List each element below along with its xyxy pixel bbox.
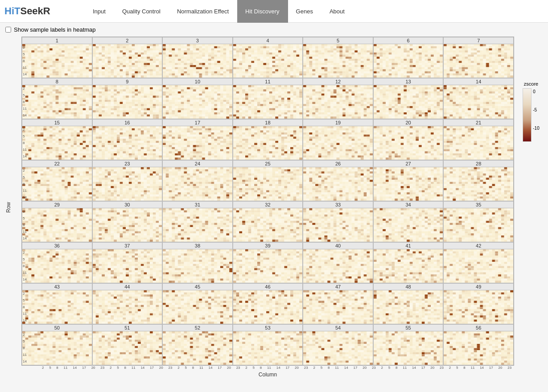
plate-header-56: 56	[444, 325, 513, 331]
col-tick: 14	[140, 366, 144, 370]
plate-25: 25	[233, 160, 303, 201]
plate-44: 44	[92, 283, 163, 324]
plate-header-18: 18	[233, 120, 303, 126]
plate-canvas-25	[233, 167, 303, 201]
plate-header-6: 6	[374, 37, 443, 44]
plate-canvas-24	[163, 167, 232, 201]
col-tick-group-6: 2581114172023	[446, 366, 514, 370]
plate-canvas-55	[374, 331, 443, 365]
col-tick: 17	[421, 366, 425, 370]
plate-body-46	[233, 290, 303, 324]
plate-2: 2	[92, 37, 163, 78]
plate-body-54	[303, 331, 373, 365]
plate-body-51	[93, 331, 162, 365]
col-tick: 5	[456, 366, 458, 370]
plate-header-10: 10	[163, 78, 232, 85]
plate-56: 56	[443, 324, 514, 365]
legend-color-bar	[523, 88, 532, 142]
plate-canvas-51	[93, 331, 162, 365]
plate-header-21: 21	[444, 120, 513, 126]
plate-canvas-22	[22, 167, 92, 201]
plate-body-44	[93, 290, 162, 324]
plate-canvas-9	[93, 85, 162, 119]
plate-43: 432581114	[22, 283, 92, 324]
plate-canvas-10	[163, 85, 232, 119]
plate-body-50: 2581114	[22, 331, 92, 365]
plate-header-35: 35	[444, 202, 513, 208]
plate-canvas-28	[444, 167, 513, 201]
plate-body-17	[163, 126, 232, 160]
col-tick: 5	[253, 366, 255, 370]
show-labels-checkbox[interactable]	[5, 27, 11, 33]
plate-canvas-56	[444, 331, 513, 365]
plate-34: 34	[373, 201, 444, 242]
col-tick: 8	[260, 366, 262, 370]
plate-14: 14	[443, 78, 514, 119]
nav-quality-control[interactable]: Quality Control	[114, 0, 169, 23]
plate-canvas-30	[93, 208, 162, 242]
plate-body-25	[233, 167, 303, 201]
plate-canvas-45	[163, 290, 232, 324]
col-tick: 17	[285, 366, 289, 370]
col-tick: 20	[363, 366, 367, 370]
plate-12: 12	[303, 78, 373, 119]
plate-header-13: 13	[374, 78, 443, 85]
plate-body-32	[233, 208, 303, 242]
plate-header-31: 31	[163, 202, 232, 208]
nav-genes[interactable]: Genes	[288, 0, 321, 23]
col-tick: 11	[470, 366, 474, 370]
nav-hit-discovery[interactable]: Hit Discovery	[237, 0, 288, 23]
col-tick-group-3: 2581114172023	[243, 366, 310, 370]
plate-36: 362581114	[22, 242, 92, 283]
plate-canvas-27	[374, 167, 443, 201]
col-tick: 8	[124, 366, 126, 370]
plate-header-23: 23	[93, 161, 162, 167]
col-tick: 23	[168, 366, 172, 370]
plate-canvas-5	[303, 44, 373, 78]
plate-body-10	[163, 85, 232, 119]
plate-header-4: 4	[233, 37, 303, 44]
plate-body-37	[93, 249, 162, 283]
plate-canvas-50	[22, 331, 92, 365]
legend: zscore 0 -5 -10	[518, 37, 544, 142]
legend-labels: 0 -5 -10	[533, 89, 539, 142]
plate-body-4	[233, 44, 303, 78]
plate-header-50: 50	[22, 325, 92, 331]
plate-body-41	[374, 249, 443, 283]
col-tick: 2	[313, 366, 315, 370]
plate-header-26: 26	[303, 161, 373, 167]
plate-row-labels-8: 2581114	[22, 85, 27, 119]
nav-input[interactable]: Input	[85, 0, 114, 23]
col-tick: 14	[209, 366, 213, 370]
col-tick: 11	[267, 366, 271, 370]
col-tick: 11	[64, 366, 68, 370]
plate-canvas-7	[444, 44, 513, 78]
nav-normalization-effect[interactable]: Normalization Effect	[169, 0, 237, 23]
plate-canvas-18	[233, 126, 303, 160]
plate-header-51: 51	[93, 325, 162, 331]
plate-canvas-42	[444, 249, 513, 283]
plate-body-56	[444, 331, 513, 365]
col-tick: 8	[192, 366, 194, 370]
col-tick: 2	[245, 366, 247, 370]
plate-46: 46	[233, 283, 303, 324]
plate-body-24	[163, 167, 232, 201]
plate-body-7	[444, 44, 513, 78]
plate-body-26	[303, 167, 373, 201]
plate-canvas-43	[22, 290, 92, 324]
plate-38: 38	[162, 242, 233, 283]
col-tick: 17	[150, 366, 154, 370]
logo: HiTSeekR	[4, 5, 85, 17]
col-tick: 14	[480, 366, 484, 370]
plate-header-5: 5	[303, 37, 373, 44]
plate-body-20	[374, 126, 443, 160]
col-tick: 17	[82, 366, 86, 370]
col-tick: 8	[463, 366, 465, 370]
plate-header-25: 25	[233, 161, 303, 167]
plate-canvas-40	[303, 249, 373, 283]
plate-17: 17	[162, 119, 233, 160]
plate-body-36: 2581114	[22, 249, 92, 283]
col-tick: 20	[499, 366, 503, 370]
plate-47: 47	[303, 283, 373, 324]
nav-about[interactable]: About	[321, 0, 353, 23]
